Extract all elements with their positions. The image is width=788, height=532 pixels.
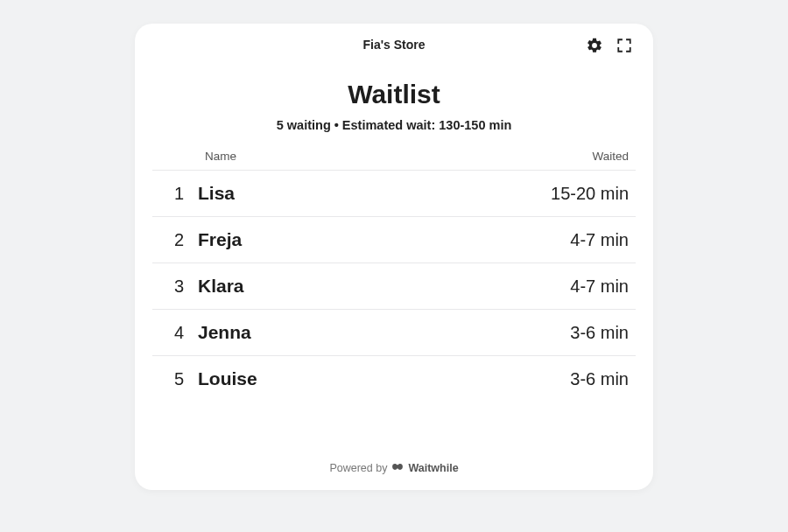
row-index: 4 (159, 323, 198, 343)
row-index: 3 (159, 276, 198, 297)
footer: Powered by Waitwhile (135, 450, 653, 490)
col-wait-header: Waited (506, 150, 629, 163)
row-wait: 4-7 min (570, 276, 629, 297)
wait-summary: 5 waiting • Estimated wait: 130-150 min (135, 118, 653, 132)
gear-icon (586, 37, 603, 54)
butterfly-icon (391, 463, 404, 473)
column-headers: Name Waited (135, 150, 653, 163)
row-index: 5 (159, 369, 198, 389)
row-wait: 15-20 min (551, 184, 629, 204)
row-index: 2 (159, 230, 198, 250)
brand-name: Waitwhile (408, 462, 458, 474)
waitlist-card: Fia's Store Waitlist 5 waiting • Estimat… (135, 24, 653, 490)
row-index: 1 (159, 184, 198, 204)
list-item: 4 Jenna 3-6 min (152, 310, 636, 356)
row-name: Freja (198, 229, 570, 250)
store-name: Fia's Store (362, 38, 425, 52)
col-name-header: Name (205, 150, 506, 163)
waitlist-rows: 1 Lisa 15-20 min 2 Freja 4-7 min 3 Klara… (135, 171, 653, 402)
row-name: Klara (198, 276, 570, 297)
page-title: Waitlist (135, 80, 653, 109)
row-name: Jenna (198, 322, 570, 343)
list-item: 5 Louise 3-6 min (152, 356, 636, 402)
row-wait: 3-6 min (570, 369, 629, 389)
row-wait: 3-6 min (570, 323, 629, 343)
fullscreen-button[interactable] (615, 36, 634, 55)
row-wait: 4-7 min (570, 230, 629, 250)
list-item: 2 Freja 4-7 min (152, 217, 636, 263)
powered-by-label: Powered by (329, 462, 387, 474)
settings-button[interactable] (585, 36, 604, 55)
fullscreen-icon (616, 38, 632, 53)
col-index (159, 150, 205, 163)
header: Fia's Store (135, 24, 653, 66)
list-item: 3 Klara 4-7 min (152, 263, 636, 310)
row-name: Lisa (198, 183, 551, 204)
list-item: 1 Lisa 15-20 min (152, 171, 636, 217)
row-name: Louise (198, 368, 570, 389)
header-actions (585, 36, 634, 55)
